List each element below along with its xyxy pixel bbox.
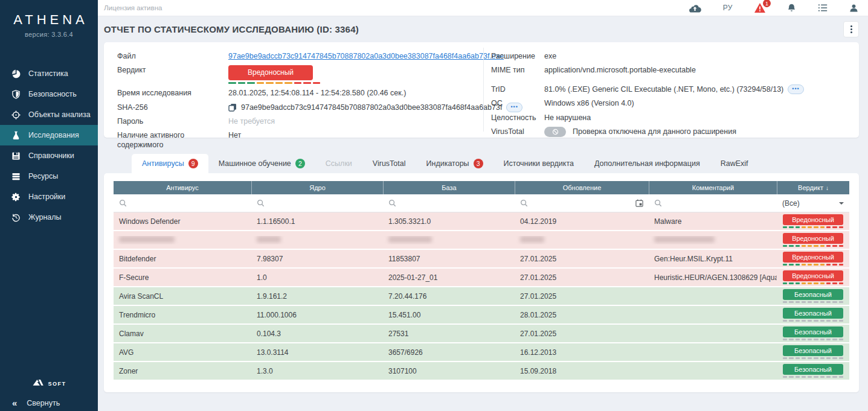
table-row[interactable]: Bitdefender7.983071185380727.01.2025Gen:… — [114, 250, 849, 267]
verdict-badge: Вредоносный — [783, 270, 843, 281]
verdict-severity-meter — [783, 320, 843, 322]
column-header-comment[interactable]: Комментарий — [649, 181, 777, 194]
tab-virustotal[interactable]: VirusTotal — [362, 154, 416, 173]
verdict-severity-meter — [783, 376, 843, 378]
severity-dash — [783, 264, 787, 266]
sidebar-item-security[interactable]: Безопасность — [0, 84, 98, 104]
search-icon — [119, 199, 127, 207]
filter-cell-engine[interactable] — [251, 194, 383, 212]
table-header-row: АнтивирусЯдроБазаОбновлениеКомментарийВе… — [114, 181, 849, 194]
tab-links[interactable]: Ссылки — [315, 154, 362, 173]
cloud-upload-icon[interactable] — [689, 4, 701, 13]
detail-label: SHA-256 — [117, 103, 228, 112]
sidebar-item-label: Объекты анализа — [28, 110, 91, 119]
sidebar-item-settings[interactable]: Настройки — [0, 186, 98, 207]
sidebar-item-references[interactable]: Справочники — [0, 145, 98, 166]
severity-dash — [820, 320, 825, 322]
sidebar-item-journals[interactable]: Журналы — [0, 207, 98, 228]
task-list-icon[interactable] — [818, 4, 828, 12]
cell-verdict: Вредоносный — [777, 250, 849, 267]
column-header-antivirus[interactable]: Антивирус — [114, 181, 251, 194]
column-header-engine[interactable]: Ядро — [251, 181, 383, 194]
cell-base: 1.305.3321.0 — [383, 217, 515, 226]
cell-text: 15.451.00 — [388, 311, 420, 319]
severity-dash — [808, 301, 812, 303]
filter-cell-updated[interactable] — [515, 194, 649, 212]
severity-dash — [839, 226, 843, 228]
column-header-base[interactable]: База — [383, 181, 515, 194]
detail-value: Не нарушена — [544, 113, 591, 123]
main-area: Лицензия активна РУ1 ОТЧЕТ ПО СТАТИЧЕСКО… — [98, 0, 868, 411]
detail-value-text: 28.01.2025, 12:54:08.114 - 12:54:28.580 … — [228, 88, 406, 98]
detail-row-right-1: MIME типapplication/vnd.microsoft.portab… — [491, 63, 850, 77]
sidebar-item-statistics[interactable]: Статистика — [0, 63, 98, 84]
tab-antiviruses[interactable]: Антивирусы9 — [132, 154, 208, 173]
cell-comment: Gen:Heur.MSIL.Krypt.11 — [649, 255, 777, 263]
cell-antivirus: Trendmicro — [114, 311, 251, 319]
verdict-severity-meter — [783, 301, 843, 303]
slash-circle-icon — [552, 129, 559, 135]
filter-cell-comment[interactable] — [649, 194, 777, 212]
table-row[interactable]: Clamav0.104.32753127.01.2025Безопасный — [114, 325, 849, 342]
column-header-updated[interactable]: Обновление — [515, 181, 649, 194]
severity-dash — [839, 282, 843, 284]
notifications-bell-icon[interactable] — [787, 3, 796, 13]
detail-value: 28.01.2025, 12:54:08.114 - 12:54:28.580 … — [228, 88, 406, 98]
table-row[interactable]: Avira ScanCL1.9.161.27.20.44.17627.01.20… — [114, 287, 849, 305]
collapse-icon: « — [12, 398, 17, 408]
severity-dash — [832, 282, 837, 284]
severity-dash — [814, 264, 818, 266]
tab-machine-learning[interactable]: Машинное обучение2 — [208, 154, 315, 173]
filter-cell-antivirus[interactable] — [114, 194, 251, 212]
calendar-icon[interactable] — [635, 199, 643, 207]
kebab-icon — [850, 28, 852, 30]
cell-text: 11.000.1006 — [257, 311, 297, 319]
severity-dash — [808, 282, 812, 284]
table-row[interactable]: F-Secure1.02025-01-27_0127.01.2025Heuris… — [114, 269, 849, 286]
tab-indicators[interactable]: Индикаторы3 — [416, 154, 493, 173]
cell-antivirus: Bitdefender — [114, 255, 251, 263]
user-profile-icon[interactable] — [849, 4, 858, 13]
table-row[interactable]: Zoner1.3.0310710015.09.2018Безопасный — [114, 362, 849, 380]
detail-value: Нет — [228, 130, 241, 140]
cell-verdict: Безопасный — [777, 343, 849, 361]
alerts-button[interactable]: 1 — [754, 3, 765, 13]
sidebar-item-research[interactable]: Исследования — [0, 125, 98, 145]
cell-engine: 1.0 — [251, 273, 383, 282]
severity-dash — [820, 357, 825, 359]
collapse-button[interactable]: « Свернуть — [0, 395, 98, 411]
sidebar-item-analysis-objects[interactable]: Объекты анализа — [0, 104, 98, 125]
floppy-icon — [11, 151, 21, 161]
detail-value: application/vnd.microsoft.portable-execu… — [544, 65, 696, 75]
file-link[interactable]: 97ae9be9adccb73c914747845b70887802a0a3d0… — [228, 51, 504, 61]
topbar-icons: РУ1 — [689, 3, 858, 13]
report-menu-button[interactable] — [843, 21, 859, 37]
severity-dash — [796, 301, 800, 303]
tab-verdict-sources[interactable]: Источники вердикта — [493, 154, 584, 173]
app-version: версия: 3.3.6.4 — [0, 31, 98, 38]
filter-cell-base[interactable] — [383, 194, 515, 212]
table-row[interactable]: Windows Defender1.1.16500.11.305.3321.00… — [114, 212, 849, 230]
column-header-verdict[interactable]: Вердикт↓ — [777, 181, 849, 194]
verdict-severity-meter — [783, 357, 843, 359]
detail-value-text: application/vnd.microsoft.portable-execu… — [544, 65, 696, 75]
tab-additional-info[interactable]: Дополнительная информация — [584, 154, 710, 173]
cell-verdict: Вредоносный — [777, 212, 849, 230]
tab-label: Машинное обучение — [219, 159, 291, 168]
copy-icon[interactable] — [228, 103, 237, 112]
filter-cell-verdict[interactable]: (Все) — [777, 194, 849, 212]
severity-dash — [832, 376, 837, 378]
language-switcher[interactable]: РУ — [723, 4, 733, 12]
sidebar: ATHENA версия: 3.3.6.4 СтатистикаБезопас… — [0, 0, 98, 411]
column-header-label: Обновление — [563, 184, 602, 191]
cell-text: 16.12.2013 — [520, 348, 556, 357]
sidebar-item-resources[interactable]: Ресурсы — [0, 166, 98, 186]
expand-more-button[interactable]: ••• — [788, 84, 803, 94]
cell-antivirus: Clamav — [114, 330, 251, 338]
severity-dash — [796, 245, 800, 247]
table-row[interactable]: Trendmicro11.000.100615.451.0028.01.2025… — [114, 306, 849, 323]
table-row[interactable]: AVG13.0.31143657/692616.12.2013Безопасны… — [114, 343, 849, 361]
cell-text: 11853807 — [388, 255, 420, 263]
tab-rawexif[interactable]: RawExif — [710, 154, 759, 173]
table-row[interactable]: Вредоносный — [114, 231, 849, 249]
